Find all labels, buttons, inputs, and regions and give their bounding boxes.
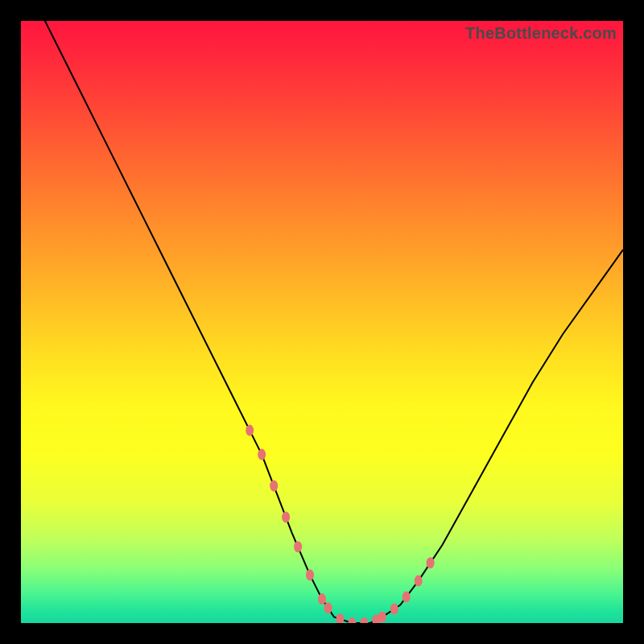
data-dots [246, 425, 434, 623]
data-dot [270, 481, 278, 492]
data-dot [294, 541, 302, 552]
data-dot [318, 593, 326, 605]
plot-area: TheBottleneck.com [21, 21, 623, 623]
data-dot [390, 604, 398, 615]
data-dot [415, 576, 423, 587]
chart-frame: TheBottleneck.com [0, 0, 644, 644]
data-dot [246, 425, 254, 436]
data-dot [282, 511, 290, 522]
data-dot [336, 613, 344, 623]
hatch-marks [250, 426, 430, 623]
data-dot [402, 592, 411, 603]
data-dot [324, 602, 332, 613]
data-dot [378, 612, 386, 623]
data-dot [348, 617, 356, 623]
data-dot [360, 617, 368, 623]
curve-svg [21, 21, 623, 623]
data-dot [306, 569, 314, 580]
data-dot [258, 449, 266, 460]
data-dot [427, 557, 435, 568]
bottleneck-curve [21, 21, 623, 623]
